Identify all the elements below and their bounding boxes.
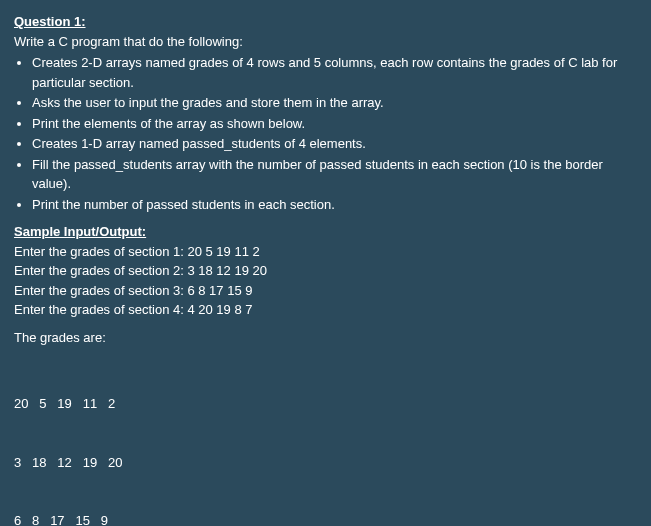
grades-row: 20 5 19 11 2 — [14, 394, 637, 414]
list-item: Print the elements of the array as shown… — [32, 114, 637, 134]
list-item: Asks the user to input the grades and st… — [32, 93, 637, 113]
list-item: Creates 2-D arrays named grades of 4 row… — [32, 53, 637, 92]
grades-label: The grades are: — [14, 328, 637, 348]
list-item: Print the number of passed students in e… — [32, 195, 637, 215]
list-item: Fill the passed_students array with the … — [32, 155, 637, 194]
grades-output: 20 5 19 11 2 3 18 12 19 20 6 8 17 15 9 4… — [14, 355, 637, 526]
input-line: Enter the grades of section 4: 4 20 19 8… — [14, 300, 637, 320]
list-item: Creates 1-D array named passed_students … — [32, 134, 637, 154]
grades-row: 3 18 12 19 20 — [14, 453, 637, 473]
grades-row: 6 8 17 15 9 — [14, 511, 637, 526]
sample-io-heading: Sample Input/Output: — [14, 222, 637, 242]
input-line: Enter the grades of section 2: 3 18 12 1… — [14, 261, 637, 281]
question-title: Question 1: — [14, 12, 637, 32]
requirements-list: Creates 2-D arrays named grades of 4 row… — [14, 53, 637, 214]
input-line: Enter the grades of section 3: 6 8 17 15… — [14, 281, 637, 301]
input-line: Enter the grades of section 1: 20 5 19 1… — [14, 242, 637, 262]
question-intro: Write a C program that do the following: — [14, 32, 637, 52]
